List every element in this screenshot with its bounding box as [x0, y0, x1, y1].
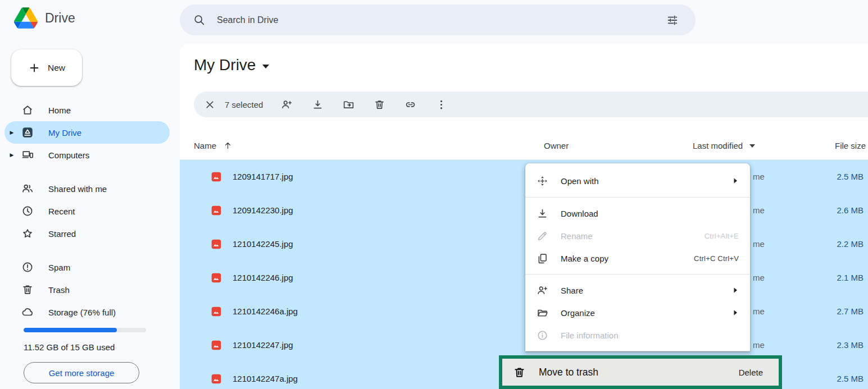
file-list: 1209141717.jpg me 2.5 MB 1209142230.jpg …: [180, 160, 868, 389]
my-drive-icon: [21, 126, 34, 139]
get-more-storage-button[interactable]: Get more storage: [24, 362, 139, 383]
expand-arrow-icon[interactable]: ▶: [4, 152, 19, 158]
sidebar-item-label: My Drive: [48, 128, 81, 138]
file-row[interactable]: 1210142246a.jpg me 2.7 MB: [180, 295, 868, 328]
new-button-label: New: [48, 63, 65, 73]
sidebar-item-trash[interactable]: ▶ Trash: [4, 278, 170, 301]
file-size: 2.7 MB: [837, 295, 864, 328]
menu-item-make-a-copy[interactable]: Make a copy Ctrl+C Ctrl+V: [525, 247, 750, 269]
drive-logo-icon: [14, 7, 38, 29]
main-content: My Drive 7 selected Name Owner Last modi…: [180, 44, 868, 389]
trash-icon: [513, 366, 526, 379]
sidebar-item-storage[interactable]: ▶ Storage (76% full): [4, 301, 170, 323]
image-file-icon: [211, 340, 222, 351]
menu-item-move-to-trash[interactable]: Move to trash Delete: [502, 359, 779, 386]
sidebar-item-label: Home: [48, 106, 71, 115]
sidebar-item-shared-with-me[interactable]: ▶ Shared with me: [4, 177, 170, 200]
search-options-tune-icon[interactable]: [666, 14, 679, 26]
menu-item-label: Make a copy: [561, 254, 608, 263]
column-header-owner[interactable]: Owner: [544, 132, 569, 159]
menu-divider: [525, 274, 750, 274]
open-with-icon: [537, 175, 548, 187]
chevron-down-icon: [262, 65, 269, 68]
file-name: 1210142246.jpg: [233, 261, 293, 295]
page-title: My Drive: [194, 56, 256, 74]
shared-with-me-icon: [21, 182, 34, 195]
sidebar-item-my-drive[interactable]: ▶ My Drive: [4, 121, 170, 144]
download-icon[interactable]: [312, 99, 324, 111]
modified-by: me: [753, 261, 765, 295]
column-header-last-modified[interactable]: Last modified: [693, 132, 755, 159]
link-icon[interactable]: [405, 99, 416, 111]
menu-item-organize[interactable]: Organize: [525, 301, 750, 324]
file-name: 1210142247.jpg: [233, 328, 293, 362]
file-row[interactable]: 1210142246.jpg me 2.1 MB: [180, 261, 868, 295]
file-row[interactable]: 1209142230.jpg me 2.6 MB: [180, 194, 868, 227]
sidebar-item-recent[interactable]: ▶ Recent: [4, 200, 170, 222]
search-input[interactable]: [217, 15, 666, 25]
menu-item-open-with[interactable]: Open with: [525, 169, 750, 193]
table-header: Name Owner Last modified File size: [180, 132, 868, 160]
plus-icon: [28, 62, 40, 74]
new-button[interactable]: New: [11, 49, 82, 86]
file-row[interactable]: 1210142245.jpg me 2.2 MB: [180, 227, 868, 261]
file-name: 1210142247a.jpg: [233, 362, 298, 389]
menu-item-label: Open with: [561, 176, 599, 186]
image-file-icon: [211, 171, 222, 182]
file-size: 2.6 MB: [837, 194, 864, 227]
computers-icon: [21, 149, 34, 161]
menu-item-label: Move to trash: [539, 367, 598, 378]
search-bar[interactable]: [180, 4, 696, 35]
menu-item-share[interactable]: Share: [525, 279, 750, 301]
sidebar-item-starred[interactable]: ▶ Starred: [4, 222, 170, 245]
sidebar-item-label: Recent: [48, 207, 75, 216]
menu-item-rename: Rename Ctrl+Alt+E: [525, 225, 750, 247]
more-options-icon[interactable]: [435, 99, 447, 111]
image-file-icon: [211, 272, 222, 283]
menu-item-label: Download: [561, 209, 598, 218]
click-target-highlight: Move to trash Delete: [499, 355, 782, 389]
sidebar-item-computers[interactable]: ▶ Computers: [4, 144, 170, 166]
sidebar-item-label: Computers: [48, 150, 89, 160]
home-icon: [21, 104, 34, 116]
file-size: 2.5 MB: [837, 362, 864, 389]
image-file-icon: [211, 239, 222, 250]
storage-cloud-icon: [21, 306, 34, 318]
file-size: 2.5 MB: [837, 160, 864, 194]
column-header-name[interactable]: Name: [194, 132, 233, 159]
close-icon[interactable]: [204, 99, 216, 111]
menu-shortcut: Ctrl+Alt+E: [705, 232, 739, 240]
search-icon: [193, 14, 205, 26]
modified-by: me: [753, 160, 765, 194]
page-title-dropdown[interactable]: My Drive: [194, 56, 269, 74]
chevron-down-icon: [749, 144, 755, 148]
menu-item-label: File information: [561, 331, 619, 340]
expand-arrow-icon[interactable]: ▶: [4, 130, 19, 135]
file-row[interactable]: 1209141717.jpg me 2.5 MB: [180, 160, 868, 194]
menu-divider: [525, 197, 750, 198]
google-drive-window: Drive New ▶ Home ▶ My Drive: [0, 0, 868, 389]
trash-icon[interactable]: [374, 99, 385, 111]
sidebar-item-label: Spam: [48, 263, 70, 272]
file-size: 2.1 MB: [837, 261, 864, 295]
column-label: File size: [835, 141, 866, 150]
context-menu: Open with Download Rename Ctrl+Alt+E Mak…: [525, 163, 750, 351]
sidebar-item-spam[interactable]: ▶ Spam: [4, 256, 170, 278]
menu-item-label: Rename: [561, 231, 593, 241]
column-label: Name: [194, 141, 216, 150]
person-add-icon[interactable]: [281, 99, 293, 111]
sidebar-item-label: Shared with me: [48, 184, 107, 194]
modified-by: me: [753, 295, 765, 328]
starred-icon: [21, 227, 34, 240]
menu-shortcut: Delete: [739, 368, 763, 377]
drive-wordmark: Drive: [45, 11, 75, 26]
file-size: 2.2 MB: [837, 227, 864, 261]
person-add-icon: [537, 285, 548, 296]
sort-ascending-arrow-icon[interactable]: [223, 141, 233, 150]
sidebar-item-home[interactable]: ▶ Home: [4, 99, 170, 121]
menu-item-download[interactable]: Download: [525, 202, 750, 225]
selection-toolbar: 7 selected: [194, 91, 868, 117]
move-to-folder-icon[interactable]: [343, 99, 355, 111]
image-file-icon: [211, 373, 222, 385]
column-header-file-size[interactable]: File size: [835, 132, 866, 159]
